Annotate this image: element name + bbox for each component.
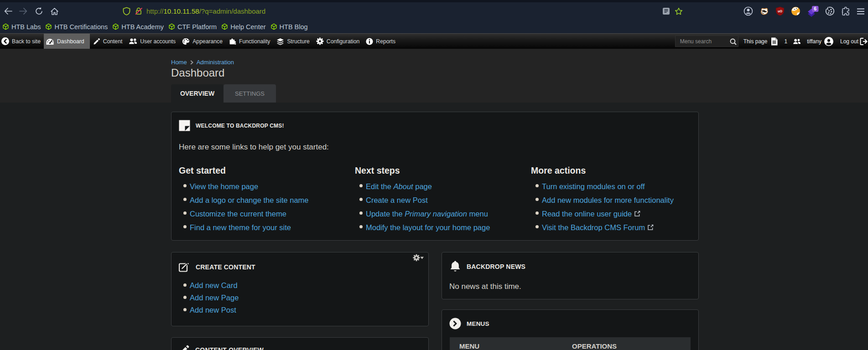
svg-text:6: 6 xyxy=(814,6,816,11)
svg-text:uO: uO xyxy=(778,10,782,13)
